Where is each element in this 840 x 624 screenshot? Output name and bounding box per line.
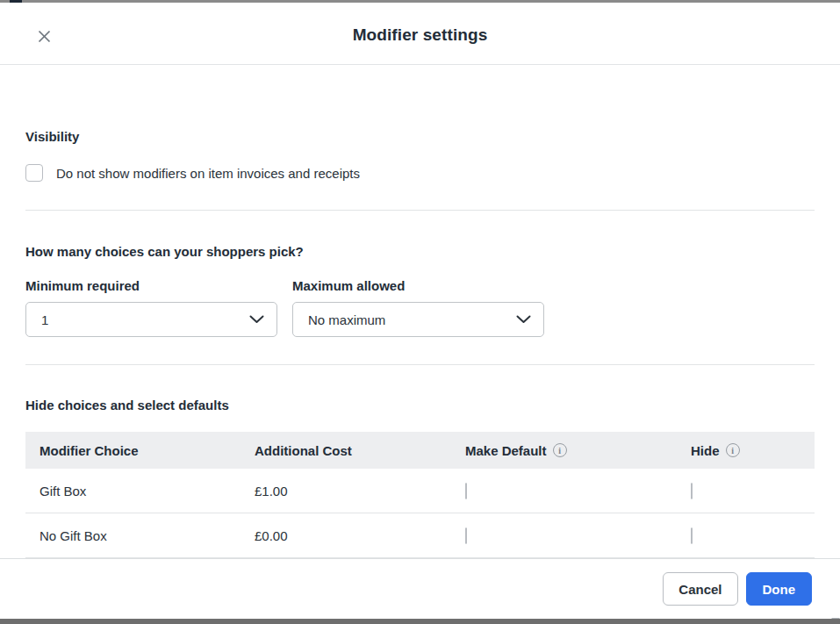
minimum-required-value: 1 <box>41 312 249 327</box>
table-row: Gift Box £1.00 <box>25 469 815 513</box>
maximum-allowed-label: Maximum allowed <box>292 278 544 293</box>
visibility-heading: Visibility <box>25 65 815 144</box>
additional-cost-value: £1.00 <box>255 484 465 498</box>
page-title: Modifier settings <box>0 25 840 45</box>
make-default-checkbox[interactable] <box>465 527 467 544</box>
done-button[interactable]: Done <box>746 572 813 606</box>
defaults-table-heading: Hide choices and select defaults <box>25 365 815 412</box>
choices-heading: How many choices can your shoppers pick? <box>25 211 815 259</box>
cancel-button[interactable]: Cancel <box>663 572 737 606</box>
column-header-modifier-choice: Modifier Choice <box>39 443 255 458</box>
table-header-row: Modifier Choice Additional Cost Make Def… <box>25 432 815 469</box>
hide-checkbox[interactable] <box>691 527 693 544</box>
maximum-allowed-select[interactable]: No maximum <box>292 302 544 337</box>
modal-footer: Cancel Done <box>0 558 840 619</box>
minimum-required-select[interactable]: 1 <box>25 302 277 337</box>
column-header-make-default: Make Default i <box>465 443 691 458</box>
info-icon[interactable]: i <box>726 443 740 457</box>
modifier-choice-name: Gift Box <box>39 484 255 498</box>
table-row: No Gift Box £0.00 <box>25 513 815 558</box>
column-header-hide: Hide i <box>691 443 815 458</box>
bottom-edge-strip <box>0 619 840 624</box>
modal-body: Visibility Do not show modifiers on item… <box>0 65 840 558</box>
column-header-additional-cost: Additional Cost <box>255 443 465 458</box>
info-icon[interactable]: i <box>553 443 567 457</box>
modal-header: Modifier settings <box>0 3 840 65</box>
modifier-settings-modal: Modifier settings Visibility Do not show… <box>0 0 840 624</box>
hide-modifiers-checkbox[interactable] <box>25 164 43 182</box>
modifier-choice-name: No Gift Box <box>39 528 255 543</box>
select-labels-row: Minimum required Maximum allowed <box>25 278 815 293</box>
make-default-checkbox[interactable] <box>465 483 467 499</box>
chevron-down-icon <box>516 315 531 324</box>
minimum-required-label: Minimum required <box>25 278 277 293</box>
additional-cost-value: £0.00 <box>255 528 465 543</box>
hide-checkbox[interactable] <box>691 483 693 499</box>
modifier-choice-table: Modifier Choice Additional Cost Make Def… <box>25 432 815 558</box>
selects-row: 1 No maximum <box>25 302 815 337</box>
maximum-allowed-value: No maximum <box>308 312 516 327</box>
hide-modifiers-label: Do not show modifiers on item invoices a… <box>56 166 360 181</box>
visibility-checkbox-row: Do not show modifiers on item invoices a… <box>25 164 815 182</box>
chevron-down-icon <box>249 315 264 324</box>
